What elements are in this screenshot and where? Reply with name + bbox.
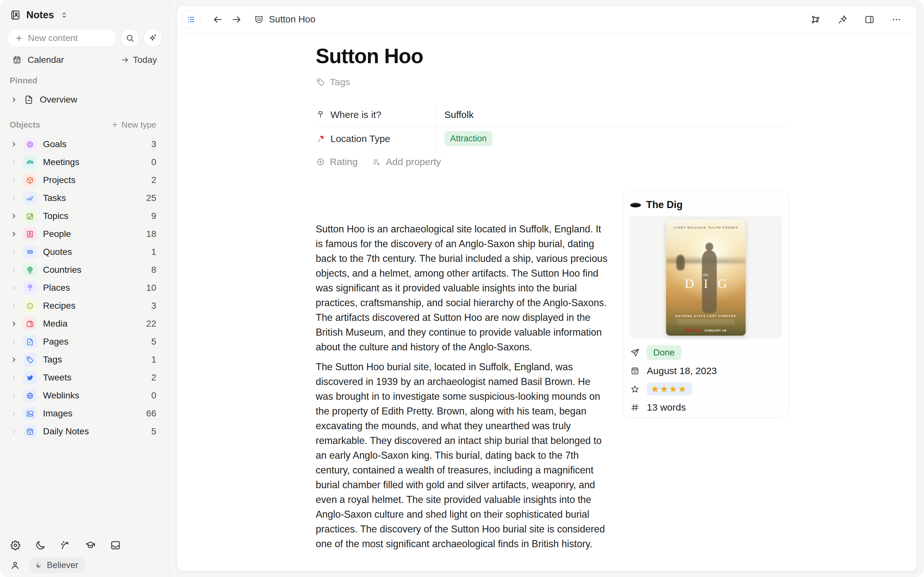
property-value[interactable]: Suffolk — [444, 109, 473, 120]
layout-split-icon[interactable] — [864, 14, 875, 25]
double-check-icon — [23, 191, 37, 205]
ai-button[interactable] — [144, 29, 162, 47]
sidebar-item-projects[interactable]: Projects 2 — [0, 171, 169, 189]
workspace-switcher[interactable]: Notes — [10, 8, 162, 23]
tags-row[interactable]: Tags — [316, 77, 789, 87]
linked-object-card[interactable]: The Dig CAREY MULLIGAN RALPH FIENNES the… — [623, 192, 789, 418]
tag-value-badge[interactable]: Attraction — [444, 131, 493, 146]
chevron-right-icon[interactable] — [10, 356, 18, 364]
user-icon[interactable] — [10, 560, 21, 571]
more-icon[interactable] — [891, 14, 902, 25]
card-status-row[interactable]: Done — [630, 343, 782, 362]
property-label: Location Type — [330, 133, 390, 144]
chevron-right-icon[interactable] — [10, 140, 18, 148]
word-count[interactable]: 13 words — [647, 402, 686, 413]
date-value[interactable]: August 18, 2023 — [647, 366, 717, 376]
hash-icon — [630, 403, 640, 412]
sidebar-item-tweets[interactable]: Tweets 2 — [0, 369, 169, 387]
sidebar-item-topics[interactable]: Topics 9 — [0, 207, 169, 225]
pinned-header: Pinned — [10, 75, 157, 85]
sidebar-item-quotes[interactable]: Quotes 1 — [0, 243, 169, 261]
sidebar-item-daily-notes[interactable]: Daily Notes 5 — [0, 422, 169, 440]
sidebar-item-places[interactable]: Places 10 — [0, 279, 169, 297]
list-icon — [186, 15, 196, 25]
sidebar-item-goals[interactable]: Goals 3 — [0, 135, 169, 153]
chevron-right-icon[interactable] — [10, 319, 18, 328]
sidebar-item-tags[interactable]: Tags 1 — [0, 351, 169, 369]
sidebar-item-pages[interactable]: Pages 5 — [0, 333, 169, 351]
poster-actor-right: RALPH FIENNES — [709, 226, 738, 229]
chevron-right-icon[interactable] — [10, 284, 18, 292]
sidebar-item-meetings[interactable]: Meetings 0 — [0, 153, 169, 171]
today-button[interactable]: Today — [121, 55, 157, 65]
sidebar-item-countries[interactable]: Countries 8 — [0, 261, 169, 279]
view-list-button[interactable] — [182, 11, 200, 29]
poster-release-date: JANUARY 29 — [704, 329, 726, 332]
chevron-right-icon[interactable] — [10, 212, 18, 220]
card-date-row[interactable]: August 18, 2023 — [630, 362, 782, 380]
quote-icon — [23, 245, 37, 259]
sparkle-arrow-icon[interactable] — [60, 540, 71, 551]
list-plus-icon — [372, 157, 381, 167]
rating-property[interactable]: Rating — [316, 156, 358, 167]
paragraph[interactable]: The Sutton Hoo burial site, located in S… — [316, 359, 607, 551]
chevron-right-icon[interactable] — [10, 230, 18, 238]
chevron-right-icon[interactable] — [10, 392, 18, 400]
add-property-button[interactable]: Add property — [372, 156, 441, 167]
breadcrumb[interactable]: Sutton Hoo — [254, 14, 315, 25]
chevron-right-icon[interactable] — [10, 301, 18, 310]
gear-icon[interactable] — [10, 540, 21, 551]
forward-arrow-icon[interactable] — [231, 14, 242, 25]
item-count: 5 — [151, 337, 156, 347]
property-row-location-type[interactable]: Location Type Attraction — [316, 127, 789, 150]
page-title[interactable]: Sutton Hoo — [316, 44, 789, 68]
movie-poster[interactable]: CAREY MULLIGAN RALPH FIENNES the D I G N… — [666, 219, 746, 335]
workspace-name: Notes — [26, 9, 54, 21]
search-button[interactable] — [121, 29, 139, 47]
chevron-right-icon[interactable] — [10, 176, 18, 184]
sidebar-item-images[interactable]: Images 66 — [0, 405, 169, 422]
chevron-right-icon[interactable] — [10, 427, 18, 436]
plan-badge[interactable]: Believer — [29, 557, 86, 573]
item-count: 2 — [151, 372, 156, 383]
sidebar-divider — [169, 0, 170, 577]
status-badge[interactable]: Done — [647, 345, 681, 360]
globe-stand-icon — [23, 263, 37, 277]
inbox-icon[interactable] — [110, 540, 121, 551]
calendar-row[interactable]: Calendar Today — [12, 52, 157, 68]
sidebar-item-media[interactable]: Media 22 — [0, 315, 169, 333]
card-wordcount-row[interactable]: 13 words — [630, 398, 782, 416]
pin-icon[interactable] — [837, 14, 848, 25]
chevron-right-icon[interactable] — [10, 374, 18, 382]
calendar-check-icon — [23, 425, 37, 438]
notebook-icon — [10, 9, 21, 21]
graph-icon[interactable] — [810, 14, 821, 25]
new-content-field[interactable]: New content — [7, 29, 116, 47]
document-body[interactable]: Sutton Hoo is an archaeological site loc… — [316, 221, 607, 556]
paragraph[interactable]: Sutton Hoo is an archaeological site loc… — [316, 221, 607, 354]
new-content-placeholder: New content — [28, 33, 78, 43]
tag-icon — [23, 353, 37, 366]
chevron-right-icon[interactable] — [10, 158, 18, 166]
back-arrow-icon[interactable] — [212, 14, 223, 25]
properties-table: Where is it? Suffolk Location Type Attra… — [316, 103, 789, 150]
sidebar-item-recipes[interactable]: Recipes 3 — [0, 297, 169, 315]
sidebar-item-tasks[interactable]: Tasks 25 — [0, 189, 169, 207]
property-row-where[interactable]: Where is it? Suffolk — [316, 103, 789, 127]
chevron-right-icon[interactable] — [10, 266, 18, 274]
card-title[interactable]: The Dig — [646, 199, 683, 211]
sidebar-item-people[interactable]: People 18 — [0, 225, 169, 243]
chevron-right-icon[interactable] — [10, 194, 18, 202]
sidebar-item-weblinks[interactable]: Weblinks 0 — [0, 387, 169, 405]
sidebar-item-overview[interactable]: Overview — [10, 91, 157, 108]
chevron-right-icon[interactable] — [10, 95, 18, 104]
new-type-button[interactable]: New type — [111, 120, 156, 130]
graduation-cap-icon[interactable] — [85, 540, 96, 551]
chevron-right-icon[interactable] — [10, 338, 18, 346]
chevron-right-icon[interactable] — [10, 248, 18, 256]
star-rating-badge[interactable]: ★★★★ — [647, 382, 692, 396]
chevron-updown-icon[interactable] — [60, 11, 69, 19]
chevron-right-icon[interactable] — [10, 409, 18, 418]
card-rating-row[interactable]: ★★★★ — [630, 380, 782, 398]
moon-icon[interactable] — [35, 540, 46, 551]
